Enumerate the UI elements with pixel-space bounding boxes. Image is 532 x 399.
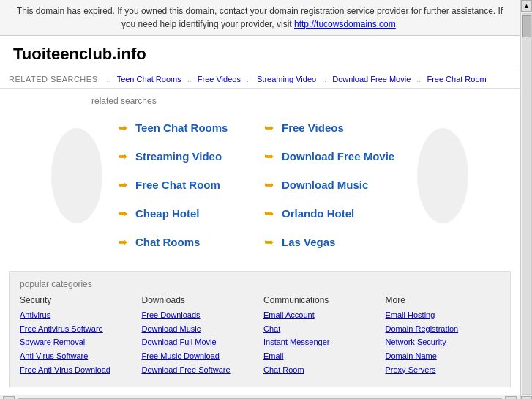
vertical-scrollbar-track[interactable]	[522, 13, 532, 395]
arrow-icon: ➥	[264, 235, 277, 249]
search-link-7[interactable]: Orlando Hotel	[282, 207, 354, 220]
popular-label: popular categories	[20, 279, 500, 289]
cat-link[interactable]: Proxy Servers	[386, 363, 501, 377]
decorative-circle-right	[413, 113, 472, 223]
list-item: ➥ Free Chat Room	[113, 171, 260, 199]
search-link-9[interactable]: Las Vegas	[282, 236, 335, 248]
cat-link[interactable]: Domain Registration	[386, 322, 501, 336]
scroll-right-button[interactable]: ▶	[505, 396, 517, 399]
category-downloads: Downloads Free Downloads Download Music …	[142, 295, 257, 376]
categories-grid: Security Antivirus Free Antivirus Softwa…	[20, 295, 500, 376]
cat-link[interactable]: Chat	[263, 322, 378, 336]
arrow-icon: ➥	[264, 149, 277, 163]
arrow-icon: ➥	[118, 149, 131, 163]
list-item: ➥ Streaming Video	[113, 142, 260, 171]
cat-link[interactable]: Network Security	[386, 335, 501, 349]
notification-text: This domain has expired. If you owned th…	[17, 6, 503, 29]
vertical-scrollbar-thumb[interactable]	[522, 15, 531, 37]
category-title-more: More	[386, 295, 501, 305]
cat-link[interactable]: Download Free Software	[142, 363, 257, 377]
list-item: ➥ Cheap Hotel	[113, 199, 260, 228]
arrow-icon: ➥	[118, 235, 131, 249]
horizontal-scrollbar: ◀ ▶	[0, 395, 520, 399]
cat-link[interactable]: Anti Virus Software	[20, 349, 135, 363]
list-item: ➥ Free Videos	[260, 113, 406, 142]
arrow-icon: ➥	[118, 206, 131, 220]
notification-bar: This domain has expired. If you owned th…	[0, 0, 520, 36]
category-title-communications: Communications	[263, 295, 378, 305]
related-bar-link-1[interactable]: Teen Chat Rooms	[117, 75, 181, 83]
cat-link[interactable]: Chat Room	[263, 363, 378, 377]
cat-link[interactable]: Free Antivirus Software	[20, 322, 135, 336]
scroll-up-button[interactable]: ▲	[521, 0, 532, 12]
search-section: related searches ➥ Teen Chat Rooms ➥	[0, 89, 520, 264]
arrow-icon: ➥	[118, 121, 131, 135]
related-bar-label: RELATED SEARCHES	[9, 75, 98, 83]
category-title-downloads: Downloads	[142, 295, 257, 305]
list-item: ➥ Las Vegas	[260, 228, 406, 256]
search-link-0[interactable]: Teen Chat Rooms	[135, 122, 228, 134]
arrow-icon: ➥	[264, 206, 277, 220]
vertical-scrollbar: ▲ ▼	[520, 0, 532, 399]
related-bar-link-5[interactable]: Free Chat Room	[427, 75, 486, 83]
site-title: Tuoiteenclub.info	[0, 36, 520, 70]
list-item: ➥ Orlando Hotel	[260, 199, 406, 228]
list-item: ➥ Teen Chat Rooms	[113, 113, 260, 142]
category-security: Security Antivirus Free Antivirus Softwa…	[20, 295, 135, 376]
search-link-5[interactable]: Download Music	[282, 179, 368, 191]
list-item: ➥ Chat Rooms	[113, 228, 260, 256]
related-bar-link-3[interactable]: Streaming Video	[257, 75, 316, 83]
arrow-icon: ➥	[264, 121, 277, 135]
category-more: More Email Hosting Domain Registration N…	[386, 295, 501, 376]
notification-link[interactable]: http://tucowsdomains.com	[294, 19, 396, 29]
cat-link[interactable]: Download Music	[142, 322, 257, 336]
cat-link[interactable]: Free Music Download	[142, 349, 257, 363]
related-bar: RELATED SEARCHES :: Teen Chat Rooms :: F…	[0, 70, 520, 89]
search-link-1[interactable]: Free Videos	[282, 122, 344, 134]
cat-link[interactable]: Instant Messenger	[263, 335, 378, 349]
arrow-icon: ➥	[264, 178, 277, 192]
related-bar-link-4[interactable]: Download Free Movie	[332, 75, 411, 83]
category-communications: Communications Email Account Chat Instan…	[263, 295, 378, 376]
list-item: ➥ Download Music	[260, 171, 406, 199]
scroll-down-button[interactable]: ▼	[521, 396, 532, 399]
arrow-icon: ➥	[118, 178, 131, 192]
search-section-label: related searches	[91, 96, 472, 106]
related-bar-link-2[interactable]: Free Videos	[198, 75, 241, 83]
cat-link[interactable]: Email Account	[263, 308, 378, 322]
search-link-2[interactable]: Streaming Video	[135, 150, 222, 163]
search-link-8[interactable]: Chat Rooms	[135, 236, 200, 248]
cat-link[interactable]: Antivirus	[20, 308, 135, 322]
cat-link[interactable]: Free Anti Virus Download	[20, 363, 135, 377]
cat-link[interactable]: Spyware Removal	[20, 335, 135, 349]
search-link-4[interactable]: Free Chat Room	[135, 179, 220, 191]
search-link-3[interactable]: Download Free Movie	[282, 150, 394, 163]
category-title-security: Security	[20, 295, 135, 305]
cat-link[interactable]: Email	[263, 349, 378, 363]
popular-categories-section: popular categories Security Antivirus Fr…	[9, 271, 511, 387]
list-item: ➥ Download Free Movie	[260, 142, 406, 171]
cat-link[interactable]: Free Downloads	[142, 308, 257, 322]
search-link-6[interactable]: Cheap Hotel	[135, 207, 200, 220]
cat-link[interactable]: Domain Name	[386, 349, 501, 363]
search-links-grid: ➥ Teen Chat Rooms ➥ Free Videos ➥ Stream…	[106, 113, 413, 256]
scroll-left-button[interactable]: ◀	[3, 396, 15, 399]
decorative-circle-left	[48, 113, 106, 223]
cat-link[interactable]: Download Full Movie	[142, 335, 257, 349]
cat-link[interactable]: Email Hosting	[386, 308, 501, 322]
